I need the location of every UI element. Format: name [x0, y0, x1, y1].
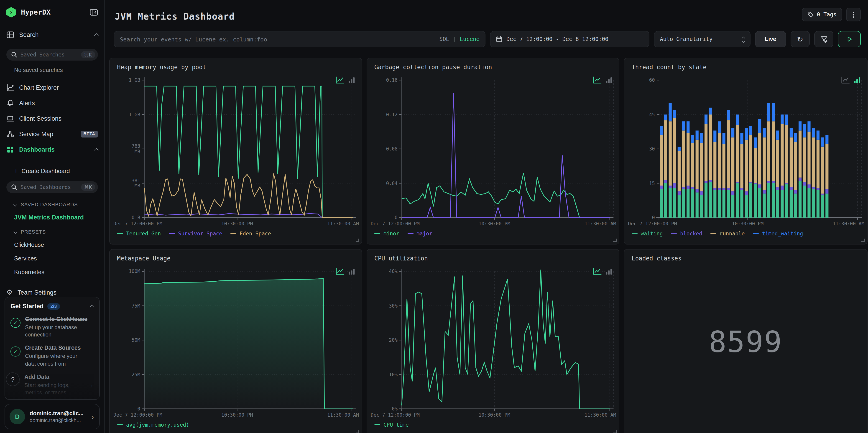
legend-dash-icon	[374, 424, 380, 425]
bar-chart-mode-icon[interactable]	[348, 77, 355, 84]
saved-dashboards-group[interactable]: SAVED DASHBOARDS	[0, 198, 104, 210]
event-search-input[interactable]	[120, 36, 435, 42]
task-desc: Configure where your data comes from	[25, 353, 89, 367]
sidebar-item-jvm-metrics-dashboard[interactable]: JVM Metrics Dashboard	[0, 210, 104, 224]
y-axis-label: 0.04	[381, 181, 398, 186]
task-connect-clickhouse[interactable]: ✓ Connect to ClickHouse Set up your data…	[10, 316, 94, 339]
sidebar-item-label: Service Map	[19, 130, 75, 137]
legend-dash-icon	[632, 233, 638, 234]
create-dashboard-button[interactable]: + Create Dashboard	[0, 164, 104, 178]
sidebar-item-kubernetes[interactable]: Kubernetes	[0, 265, 104, 279]
x-axis-label: 10:30:00 PM	[478, 412, 510, 417]
plus-icon: +	[14, 167, 18, 175]
date-range-picker[interactable]: Dec 7 12:00:00 - Dec 8 12:00:00	[490, 31, 649, 48]
user-menu[interactable]: D dominic.tran@clic... dominic.tran@clic…	[5, 404, 100, 429]
sidebar-item-search[interactable]: Search	[0, 27, 104, 42]
search-icon	[11, 52, 17, 58]
collapse-sidebar-icon[interactable]	[90, 9, 98, 16]
legend-item[interactable]: Tenured Gen	[117, 230, 161, 237]
legend-item[interactable]: timed_waiting	[753, 230, 803, 237]
legend-item[interactable]: major	[407, 230, 432, 237]
filter-button[interactable]	[814, 31, 833, 48]
x-axis-label: Dec 7 12:00:00 PM	[371, 221, 420, 226]
resize-handle[interactable]	[356, 430, 359, 433]
sidebar-item-services[interactable]: Services	[0, 251, 104, 265]
resize-handle[interactable]	[356, 239, 359, 242]
resize-handle[interactable]	[861, 239, 865, 242]
saved-searches-search[interactable]: ⌘K	[6, 49, 98, 61]
line-chart-mode-icon[interactable]	[336, 268, 344, 275]
network-icon	[6, 130, 14, 138]
legend-label: Survivor Space	[178, 230, 222, 237]
bar-chart-mode-icon[interactable]	[606, 268, 613, 275]
saved-searches-input[interactable]	[21, 52, 78, 58]
y-axis-label: 25M	[124, 372, 140, 377]
task-desc: Set up your database connection	[25, 324, 89, 339]
panel-title: CPU utilization	[374, 255, 428, 262]
brand-row: ⚡ HyperDX	[0, 5, 104, 19]
task-add-data[interactable]: Add Data Start sending logs, metrics, or…	[10, 374, 94, 396]
refresh-button[interactable]: ↻	[790, 31, 810, 48]
search-icon	[11, 184, 17, 190]
panel-thread-count: Thread count by state 604530150Dec 7 12:…	[624, 58, 868, 245]
x-axis-label: Dec 7 12:00:00 PM	[114, 412, 162, 417]
line-chart-mode-icon[interactable]	[336, 76, 344, 84]
tags-button[interactable]: 0 Tags	[802, 8, 842, 22]
event-search[interactable]: SQL | Lucene	[114, 31, 486, 48]
help-button[interactable]: ?	[6, 372, 20, 386]
legend-item[interactable]: Eden Space	[230, 230, 271, 237]
line-chart-mode-icon[interactable]	[841, 76, 850, 84]
chart-legend: Tenured GenSurvivor SpaceEden Space	[117, 230, 271, 237]
y-axis-label: 0.12	[381, 112, 398, 117]
y-axis-label: 10%	[381, 372, 398, 377]
more-options-button[interactable]	[846, 8, 861, 22]
filter-edit-icon	[820, 35, 828, 43]
legend-item[interactable]: Survivor Space	[169, 230, 222, 237]
group-label: SAVED DASHBOARDS	[21, 202, 78, 207]
chevron-down-icon	[14, 230, 17, 234]
dashboard-grid: Heap memory usage by pool 1 GB1 GB763 MB…	[109, 58, 868, 433]
presets-group[interactable]: PRESETS	[0, 226, 104, 238]
line-chart-mode-icon[interactable]	[593, 76, 601, 84]
resize-handle[interactable]	[613, 239, 617, 242]
legend-item[interactable]: blocked	[671, 230, 702, 237]
line-chart-mode-icon[interactable]	[593, 268, 601, 275]
bar-chart-mode-icon[interactable]	[854, 77, 861, 84]
lucene-toggle[interactable]: Lucene	[460, 36, 479, 42]
refresh-icon: ↻	[797, 35, 803, 43]
play-icon	[846, 35, 853, 43]
y-axis-label: 0	[124, 406, 140, 412]
live-button[interactable]: Live	[755, 31, 786, 48]
granularity-select[interactable]: Auto Granularity	[654, 31, 750, 48]
cmd-k-kbd: ⌘K	[81, 184, 95, 191]
legend-item[interactable]: CPU time	[374, 422, 409, 428]
sql-toggle[interactable]: SQL	[439, 36, 449, 42]
main-content: JVM Metrics Dashboard 0 Tags SQL | Lucen…	[105, 0, 868, 433]
saved-dashboards-input[interactable]	[21, 184, 78, 190]
saved-dashboards-search[interactable]: ⌘K	[6, 181, 98, 193]
sidebar-item-dashboards[interactable]: Dashboards	[0, 142, 104, 157]
legend-item[interactable]: runnable	[710, 230, 745, 237]
loaded-classes-value: 8599	[624, 325, 867, 359]
sidebar-item-client-sessions[interactable]: Client Sessions	[0, 111, 104, 126]
panel-metaspace: Metaspace Usage 100M75M50M25M0Dec 7 12:0…	[109, 249, 362, 433]
y-axis-label: 20%	[381, 338, 398, 343]
get-started-title: Get Started	[10, 303, 44, 310]
x-axis-label: Dec 7 12:00:00 PM	[371, 412, 420, 417]
sidebar-item-alerts[interactable]: Alerts	[0, 95, 104, 111]
chevron-up-icon	[94, 33, 99, 37]
bar-chart-mode-icon[interactable]	[606, 77, 613, 84]
legend-item[interactable]: minor	[374, 230, 399, 237]
sidebar-item-chart-explorer[interactable]: Chart Explorer	[0, 80, 104, 95]
resize-handle[interactable]	[613, 430, 617, 433]
task-title: Connect to ClickHouse	[25, 316, 89, 322]
legend-item[interactable]: avg(jvm.memory.used)	[117, 422, 189, 428]
sidebar-item-service-map[interactable]: Service Map BETA	[0, 126, 104, 142]
legend-item[interactable]: waiting	[632, 230, 663, 237]
chevron-up-icon[interactable]	[90, 305, 94, 309]
bar-chart-mode-icon[interactable]	[348, 268, 355, 275]
divider	[0, 44, 104, 45]
run-query-button[interactable]	[838, 31, 861, 48]
sidebar-item-clickhouse[interactable]: ClickHouse	[0, 238, 104, 251]
task-create-data-sources[interactable]: ✓ Create Data Sources Configure where yo…	[10, 345, 94, 367]
